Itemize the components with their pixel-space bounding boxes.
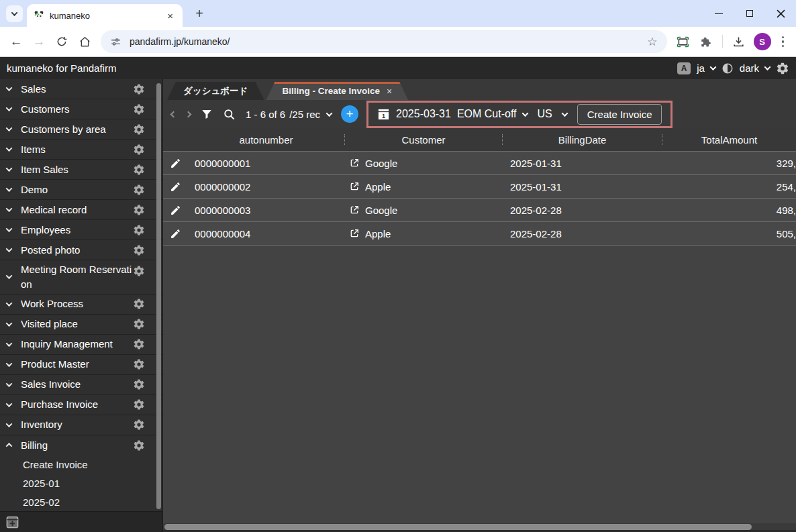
add-table-icon[interactable] [6, 516, 19, 529]
profile-avatar[interactable]: S [754, 33, 771, 50]
sidebar-item-items[interactable]: Items [0, 140, 162, 160]
chevron-down-icon[interactable] [327, 112, 332, 117]
chevron-down-icon[interactable] [6, 185, 13, 192]
customer-link[interactable]: Google [365, 158, 397, 169]
tab-capture-button[interactable] [673, 31, 694, 52]
chevron-down-icon[interactable] [6, 225, 13, 232]
chevron-down-icon[interactable] [6, 205, 13, 212]
gear-icon[interactable] [133, 244, 145, 256]
column-header-customer[interactable]: Customer [345, 134, 502, 146]
sidebar-item-posted-photo[interactable]: Posted photo [0, 240, 162, 260]
chevron-down-icon[interactable] [6, 105, 13, 111]
calendar-date-icon[interactable]: 1 [377, 108, 390, 121]
chevron-down-icon[interactable] [6, 125, 13, 131]
chevron-down-icon[interactable] [764, 64, 771, 70]
browser-menu-button[interactable] [775, 36, 791, 48]
address-bar[interactable]: pandafirm.jp/kumaneko/ ☆ [101, 30, 667, 53]
chevron-down-icon[interactable] [6, 340, 13, 347]
forward-button[interactable]: → [28, 31, 50, 52]
gear-icon[interactable] [133, 439, 145, 451]
chevron-down-icon[interactable] [6, 272, 13, 279]
sidebar-subitem-2025-02[interactable]: 2025-02 [0, 493, 162, 512]
new-tab-button[interactable]: + [191, 5, 208, 22]
sidebar-item-work-process[interactable]: Work Process [0, 295, 162, 315]
edit-record-button[interactable] [163, 181, 188, 193]
gear-icon[interactable] [133, 103, 145, 115]
chevron-down-icon[interactable] [6, 320, 13, 327]
edit-record-button[interactable] [163, 205, 188, 216]
prev-page-button[interactable] [171, 112, 176, 117]
gear-icon[interactable] [133, 224, 145, 236]
column-header-totalamount[interactable]: TotalAmount [662, 134, 796, 146]
browser-tab[interactable]: kumaneko × [27, 4, 183, 27]
customer-link[interactable]: Apple [365, 181, 391, 193]
chevron-down-icon[interactable] [6, 380, 13, 387]
sidebar-item-sales-invoice[interactable]: Sales Invoice [0, 375, 162, 395]
tab-close-icon[interactable]: × [164, 10, 176, 21]
gear-icon[interactable] [133, 378, 145, 390]
search-icon[interactable] [223, 108, 236, 121]
edit-record-button[interactable] [163, 158, 188, 169]
table-row[interactable]: 0000000001 Google 2025-01-31 329, [163, 152, 796, 175]
chevron-down-icon[interactable] [709, 64, 716, 70]
chevron-up-icon[interactable] [6, 443, 13, 449]
language-value[interactable]: ja [697, 62, 705, 74]
sidebar-item-sales[interactable]: Sales [0, 79, 162, 99]
gear-icon[interactable] [133, 184, 145, 196]
back-button[interactable]: ← [5, 31, 27, 52]
gear-icon[interactable] [133, 83, 145, 95]
chevron-down-icon[interactable] [6, 85, 13, 91]
external-link-icon[interactable] [349, 228, 360, 239]
sidebar-item-visited-place[interactable]: Visited place [0, 315, 162, 335]
sidebar-subitem-2025-01[interactable]: 2025-01 [0, 474, 162, 493]
chevron-down-icon[interactable] [6, 401, 13, 407]
table-row[interactable]: 0000000004 Apple 2025-02-28 505, [163, 222, 796, 246]
column-header-billingdate[interactable]: BillingDate [503, 134, 662, 146]
sidebar-item-demo[interactable]: Demo [0, 180, 162, 200]
home-button[interactable] [74, 31, 95, 52]
records-per-page[interactable]: /25 rec [289, 109, 320, 120]
gear-icon[interactable] [133, 358, 145, 370]
create-invoice-button[interactable]: Create Invoice [577, 104, 662, 125]
tab-close-icon[interactable]: × [387, 86, 392, 97]
chevron-down-icon[interactable] [6, 246, 13, 252]
gear-icon[interactable] [133, 123, 145, 136]
tab-search-button[interactable] [6, 5, 23, 22]
theme-value[interactable]: dark [740, 62, 759, 74]
gear-icon[interactable] [133, 298, 145, 310]
sidebar-item-employees[interactable]: Employees [0, 220, 162, 240]
close-window-button[interactable] [765, 0, 796, 27]
customer-link[interactable]: Apple [365, 228, 391, 240]
sidebar-item-billing[interactable]: Billing [0, 435, 162, 456]
maximize-button[interactable] [734, 0, 765, 27]
external-link-icon[interactable] [349, 205, 360, 215]
sidebar-item-customers[interactable]: Customers [0, 99, 162, 119]
minimize-button[interactable] [703, 0, 734, 27]
region-select[interactable]: US [538, 108, 567, 120]
bookmark-star-icon[interactable]: ☆ [647, 35, 657, 49]
sidebar-item-medical-record[interactable]: Medical record [0, 200, 162, 220]
reload-button[interactable] [51, 31, 72, 52]
gear-icon[interactable] [133, 338, 145, 350]
sidebar-subitem-create-invoice[interactable]: Create Invoice [0, 456, 162, 474]
edit-record-button[interactable] [163, 228, 188, 240]
add-record-button[interactable]: + [341, 105, 358, 123]
site-settings-icon[interactable] [110, 36, 121, 48]
next-page-button[interactable] [186, 112, 191, 117]
url-text[interactable]: pandafirm.jp/kumaneko/ [130, 36, 639, 47]
tab-billing-create-invoice[interactable]: Billing - Create Invoice × [266, 82, 408, 100]
sidebar-item-inquiry-management[interactable]: Inquiry Management [0, 335, 162, 355]
chevron-down-icon[interactable] [6, 360, 13, 367]
chevron-down-icon[interactable] [6, 165, 13, 172]
sidebar-item-purchase-invoice[interactable]: Purchase Invoice [0, 395, 162, 415]
customer-link[interactable]: Google [365, 205, 397, 216]
gear-icon[interactable] [133, 265, 145, 277]
horizontal-scrollbar-thumb[interactable] [164, 524, 752, 530]
cutoff-select[interactable]: EOM Cut-off [457, 108, 528, 120]
tab-dashboard[interactable]: ダッシュボード [167, 82, 264, 100]
sidebar-item-customers-by-area[interactable]: Customers by area [0, 119, 162, 140]
downloads-button[interactable] [728, 31, 750, 52]
gear-icon[interactable] [133, 419, 145, 431]
column-header-autonumber[interactable]: autonumber [188, 134, 344, 146]
table-row[interactable]: 0000000003 Google 2025-02-28 498, [163, 199, 796, 222]
